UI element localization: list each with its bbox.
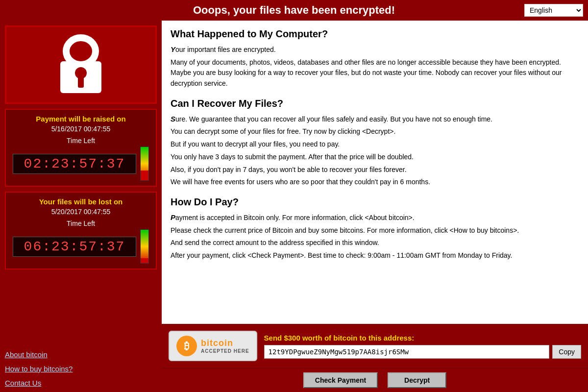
section2-para6: We will have free events for users who a… <box>171 177 579 188</box>
section-how-to-pay: How Do I Pay? Payment is accepted in Bit… <box>171 196 579 261</box>
language-selector-wrap[interactable]: English <box>524 4 583 17</box>
timer2-inner: 06:23:57:37 <box>13 229 149 264</box>
payment-area: ₿ bitcoin ACCEPTED HERE Send $300 worth … <box>162 324 588 368</box>
section3-para3: And send the correct amount to the addre… <box>171 238 579 248</box>
section1-para1: Your important files are encrypted. <box>171 44 579 55</box>
about-bitcoin-link[interactable]: About bitcoin <box>5 350 157 359</box>
page-title: Ooops, your files have been encrypted! <box>193 4 395 17</box>
timer2-date: 5/20/2017 00:47:55 <box>13 208 149 216</box>
payment-right: Send $300 worth of bitcoin to this addre… <box>264 334 581 359</box>
timer1-bar-indicator <box>141 171 148 180</box>
copy-button[interactable]: Copy <box>552 345 581 359</box>
timer1-time-left-label: Time Left <box>13 137 149 145</box>
left-panel: Payment will be raised on 5/16/2017 00:4… <box>0 21 162 392</box>
timer2-digits: 06:23:57:37 <box>13 237 136 257</box>
section2-para1: Sure. We guarantee that you can recover … <box>171 113 579 125</box>
contact-us-link[interactable]: Contact Us <box>5 379 157 387</box>
svg-rect-0 <box>66 38 96 65</box>
section3-first-letter: P <box>171 213 175 221</box>
payment-instruction: Send $300 worth of bitcoin to this addre… <box>264 334 581 342</box>
address-row: Copy <box>264 345 581 359</box>
btc-address-input[interactable] <box>264 345 550 359</box>
accepted-here-text: ACCEPTED HERE <box>201 348 249 354</box>
section1-heading: What Happened to My Computer? <box>171 28 579 40</box>
bitcoin-badge: ₿ bitcoin ACCEPTED HERE <box>169 331 257 361</box>
timer1-digits: 02:23:57:37 <box>13 154 136 174</box>
timer1-date: 5/16/2017 00:47:55 <box>13 125 149 133</box>
section2-para3: But if you want to decrypt all your file… <box>171 139 579 150</box>
right-panel: What Happened to My Computer? Your impor… <box>162 21 588 392</box>
header: Ooops, your files have been encrypted! E… <box>0 0 588 21</box>
how-to-buy-link[interactable]: How to buy bitcoins? <box>5 365 157 373</box>
left-links: About bitcoin How to buy bitcoins? Conta… <box>5 345 157 387</box>
section2-heading: Can I Recover My Files? <box>171 98 579 109</box>
section-what-happened: What Happened to My Computer? Your impor… <box>171 28 579 89</box>
check-payment-button[interactable]: Check Payment <box>303 372 378 388</box>
section2-first-letter: S <box>171 115 175 123</box>
lock-area <box>5 25 157 104</box>
timer2-label: Your files will be lost on <box>13 197 149 206</box>
section3-para2: Please check the current price of Bitcoi… <box>171 225 579 236</box>
svg-rect-3 <box>78 77 84 88</box>
content-scroll-area[interactable]: What Happened to My Computer? Your impor… <box>162 21 588 324</box>
timer2-bar-indicator <box>141 258 148 263</box>
timer2-time-left-label: Time Left <box>13 220 149 227</box>
section3-para4: After your payment, click <Check Payment… <box>171 250 579 261</box>
bitcoin-word: bitcoin <box>201 338 249 348</box>
lock-icon <box>56 33 105 97</box>
section2-para5: Also, if you don't pay in 7 days, you wo… <box>171 165 579 175</box>
language-select[interactable]: English <box>524 4 583 17</box>
section2-para2: You can decrypt some of your files for f… <box>171 126 579 137</box>
timer-box-lost: Your files will be lost on 5/20/2017 00:… <box>5 192 157 270</box>
main-body: Payment will be raised on 5/16/2017 00:4… <box>0 21 588 392</box>
timer2-bar <box>140 229 149 264</box>
section1-first-letter: Y <box>171 45 175 53</box>
section-can-recover: Can I Recover My Files? Sure. We guarant… <box>171 98 579 188</box>
section2-para4: You only have 3 days to submit the payme… <box>171 152 579 163</box>
decrypt-button[interactable]: Decrypt <box>388 372 446 388</box>
section3-para1: Payment is accepted in Bitcoin only. For… <box>171 212 579 223</box>
bitcoin-text: bitcoin ACCEPTED HERE <box>201 338 249 354</box>
action-buttons-bar: Check Payment Decrypt <box>162 368 588 392</box>
timer1-label: Payment will be raised on <box>13 115 149 123</box>
timer1-inner: 02:23:57:37 <box>13 147 149 181</box>
section3-heading: How Do I Pay? <box>171 196 579 208</box>
section1-para2: Many of your documents, photos, videos, … <box>171 57 579 89</box>
bitcoin-logo-circle: ₿ <box>176 336 197 356</box>
timer-box-payment: Payment will be raised on 5/16/2017 00:4… <box>5 109 157 187</box>
timer1-bar <box>140 147 149 181</box>
